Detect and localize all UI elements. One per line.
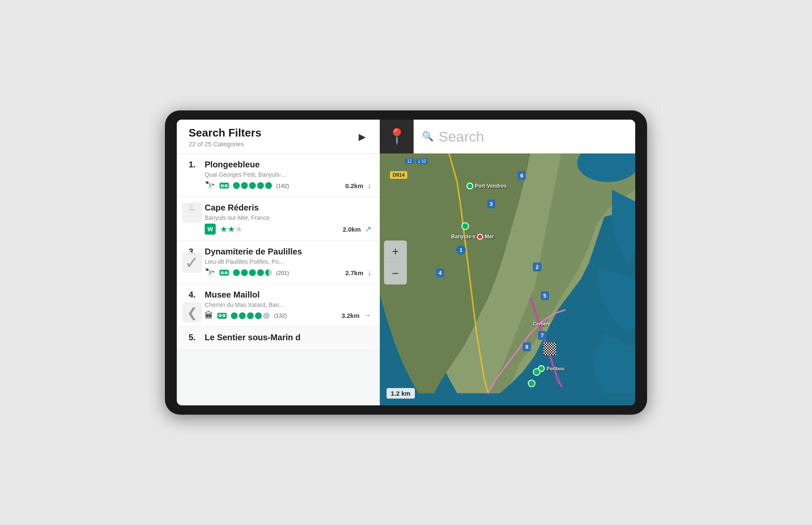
distance: 2.0km bbox=[343, 226, 361, 233]
marker-3: 3 bbox=[487, 200, 495, 208]
marker-5: 5 bbox=[541, 291, 549, 300]
star-rating: ★★★ bbox=[220, 224, 243, 234]
marker-8: 8 bbox=[523, 342, 531, 351]
next-arrow-button[interactable]: ▶ bbox=[353, 128, 371, 146]
marker-6: 6 bbox=[518, 171, 526, 180]
screen: ⌃ ✓ ❮ Search Filters 22 of 25 Categories… bbox=[177, 120, 635, 405]
result-address: Banyuls-sur-Mer, France bbox=[205, 214, 371, 221]
direction-arrow: ↓ bbox=[368, 268, 371, 277]
map-background: 📍 🔍 Search + − 1.2 km D914 bbox=[380, 120, 635, 405]
distance: 0.2km bbox=[345, 182, 363, 189]
tripadvisor-icon bbox=[219, 270, 229, 276]
zoom-in-button[interactable]: + bbox=[384, 241, 407, 262]
rating-dots bbox=[233, 269, 272, 276]
header-subtitle: 22 of 25 Categories bbox=[189, 140, 261, 148]
museum-icon: 🏛 bbox=[205, 311, 213, 320]
list-item[interactable]: 4. Musee Maillol Chemin du Mas Xatard, B… bbox=[177, 284, 380, 327]
marker-2: 2 bbox=[533, 262, 541, 271]
result-address: Quai Georges Petit, Banyuls-... bbox=[205, 171, 371, 178]
search-filters-header: Search Filters 22 of 25 Categories ▶ bbox=[177, 120, 380, 154]
list-item[interactable]: 3. Dynamiterie de Paulilles Lieu-dit Pau… bbox=[177, 241, 380, 284]
distance: 2.7km bbox=[345, 269, 363, 276]
tripadvisor-icon bbox=[217, 313, 227, 319]
review-count: (201) bbox=[276, 270, 289, 276]
direction-arrow: ↗ bbox=[365, 224, 371, 234]
location-marker-portbou: Portbou bbox=[538, 365, 564, 372]
list-item[interactable]: 1. Plongeebleue Quai Georges Petit, Bany… bbox=[177, 154, 380, 197]
search-icon: 🔍 bbox=[422, 131, 433, 142]
location-marker-cerbere: Cerbère bbox=[533, 320, 551, 327]
nav-controls: ⌃ ✓ ❮ bbox=[177, 202, 202, 323]
left-panel: ⌃ ✓ ❮ Search Filters 22 of 25 Categories… bbox=[177, 120, 380, 405]
route-number-small: 12 1·10 bbox=[405, 157, 428, 164]
rating-dots bbox=[231, 312, 270, 319]
road-label-d914: D914 bbox=[390, 171, 407, 179]
binoculars-icon: 🔭 bbox=[205, 268, 215, 278]
direction-arrow: → bbox=[364, 311, 371, 320]
header-title: Search Filters bbox=[189, 126, 261, 139]
result-address: Chemin du Mas Xatard, Ban... bbox=[205, 301, 371, 308]
finish-flag bbox=[543, 342, 556, 355]
result-number: 1. bbox=[189, 160, 200, 170]
review-count: (142) bbox=[276, 183, 289, 189]
map-panel: 📍 🔍 Search + − 1.2 km D914 bbox=[380, 120, 635, 405]
result-name: Musee Maillol bbox=[205, 290, 260, 300]
search-placeholder: Search bbox=[439, 129, 484, 145]
green-dot-3 bbox=[528, 380, 535, 387]
marker-7: 7 bbox=[538, 331, 546, 340]
zoom-controls: + − bbox=[384, 241, 407, 284]
result-name: Le Sentier sous-Marin d bbox=[205, 333, 301, 342]
scroll-down-button[interactable]: ✓ bbox=[182, 252, 202, 273]
tripadvisor-icon bbox=[219, 183, 229, 189]
list-item[interactable]: 2. Cape Réderis Banyuls-sur-Mer, France … bbox=[177, 197, 380, 241]
scroll-up-button[interactable]: ⌃ bbox=[182, 202, 202, 223]
search-bar[interactable]: 🔍 Search bbox=[414, 120, 635, 153]
green-dot-2 bbox=[533, 368, 540, 376]
back-button[interactable]: ❮ bbox=[182, 302, 202, 323]
result-name: Plongeebleue bbox=[205, 160, 260, 170]
review-count: (132) bbox=[274, 312, 287, 319]
list-item[interactable]: 5. Le Sentier sous-Marin d bbox=[177, 327, 380, 350]
green-dot-1 bbox=[461, 222, 469, 230]
direction-arrow: ↓ bbox=[368, 181, 371, 190]
rating-dots bbox=[233, 182, 272, 189]
result-name: Dynamiterie de Paulilles bbox=[205, 247, 302, 257]
results-list: 1. Plongeebleue Quai Georges Petit, Bany… bbox=[177, 154, 380, 405]
waypoint-icon: W bbox=[205, 224, 216, 235]
map-header: 📍 🔍 Search bbox=[380, 120, 635, 153]
zoom-out-button[interactable]: − bbox=[384, 262, 407, 284]
garmin-device: GARMIN ⌃ ✓ ❮ Search Filters 22 of 25 Cat… bbox=[165, 110, 647, 415]
binoculars-icon: 🔭 bbox=[205, 180, 215, 191]
location-pin-icon: 📍 bbox=[387, 128, 406, 145]
location-marker-port-vendres: Port-Vendres bbox=[466, 183, 507, 189]
marker-1: 1 bbox=[456, 245, 466, 254]
scale-bar: 1.2 km bbox=[387, 388, 415, 399]
distance: 3.2km bbox=[341, 312, 359, 319]
result-address: Lieu-dit Paulilles Polilles, Po... bbox=[205, 258, 371, 265]
marker-4: 4 bbox=[436, 268, 444, 277]
location-marker-banyuls: Banyuls-s Mer bbox=[451, 234, 494, 240]
result-number: 5. bbox=[189, 333, 200, 342]
location-button[interactable]: 📍 bbox=[380, 120, 414, 153]
result-name: Cape Réderis bbox=[205, 203, 259, 213]
